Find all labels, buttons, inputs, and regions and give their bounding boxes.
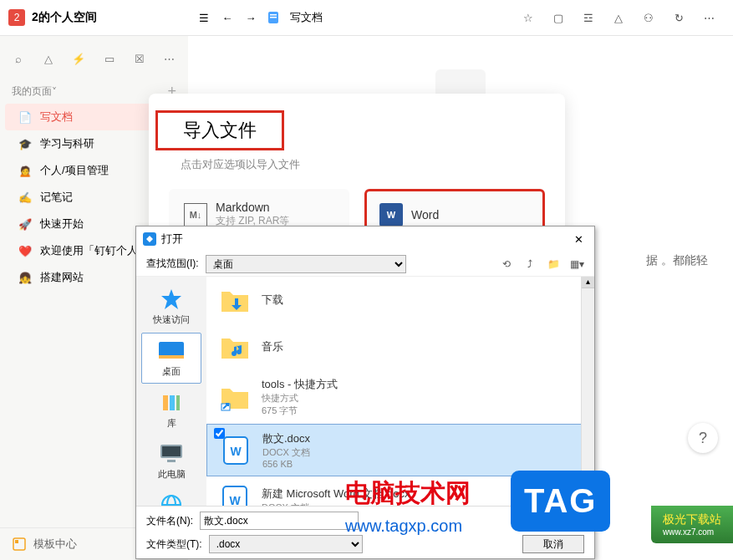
file-item[interactable]: 音乐 xyxy=(206,323,594,370)
shortcut-icon xyxy=(218,380,252,414)
pc-icon xyxy=(156,441,186,466)
rocket-icon: 🚀 xyxy=(17,218,33,231)
triangle-icon[interactable]: △ xyxy=(42,51,55,66)
markdown-title: Markdown xyxy=(216,201,289,214)
filename-label: 文件名(N): xyxy=(146,514,193,528)
inbox-icon[interactable]: ☒ xyxy=(133,51,146,66)
file-item-selected[interactable]: W 散文.docx DOCX 文档 656 KB xyxy=(206,424,594,476)
sidebar-item-label: 写文档 xyxy=(40,109,73,125)
search-icon[interactable]: ⌕ xyxy=(12,51,25,66)
filetype-label: 文件类型(T): xyxy=(146,537,202,552)
svg-rect-1 xyxy=(270,14,277,16)
watermark-blue: www.tagxp.com xyxy=(345,517,462,536)
svg-text:W: W xyxy=(230,445,242,458)
help-button[interactable]: ? xyxy=(688,423,718,453)
file-size: 675 字节 xyxy=(262,405,338,417)
place-label: 桌面 xyxy=(144,365,199,378)
new-folder-icon[interactable]: 📁 xyxy=(546,257,561,272)
import-modal-subtitle: 点击对应选项以导入文件 xyxy=(149,157,565,172)
back-icon[interactable]: ⟲ xyxy=(499,257,514,272)
jg-text: 极光下载站 xyxy=(663,512,721,526)
file-size: 656 KB xyxy=(262,459,310,469)
workspace-badge: 2 xyxy=(8,9,25,26)
dialog-titlebar: 打开 ✕ xyxy=(136,227,594,252)
svg-rect-10 xyxy=(170,395,175,410)
bolt-icon[interactable]: ⚡ xyxy=(72,51,85,66)
file-item[interactable]: tools - 快捷方式 快捷方式 675 字节 xyxy=(206,370,594,424)
star-icon[interactable]: ☆ xyxy=(521,10,536,25)
sidebar-item-label: 快速开始 xyxy=(40,216,84,232)
breadcrumb-title: 写文档 xyxy=(290,10,323,25)
jg-domain: www.xz7.com xyxy=(663,527,721,537)
place-libraries[interactable]: 库 xyxy=(141,385,201,435)
workspace-title: 2的个人空间 xyxy=(32,10,97,25)
word-icon: W xyxy=(379,203,403,227)
folder-download-icon xyxy=(218,283,252,317)
top-bar: 2 2的个人空间 ☰ ← → 写文档 ☆ ▢ ☲ △ ⚇ ↻ ⋯ xyxy=(0,0,733,36)
place-network[interactable]: 网络 xyxy=(141,487,201,506)
dialog-toolbar: ⟲ ⤴ 📁 ▦▾ xyxy=(499,257,584,272)
file-name: tools - 快捷方式 xyxy=(262,377,338,392)
word-title: Word xyxy=(411,208,439,221)
scroll-up-icon[interactable]: ▴ xyxy=(582,277,594,288)
place-label: 此电脑 xyxy=(143,468,200,481)
lookin-label: 查找范围(I): xyxy=(146,257,199,271)
place-desktop[interactable]: 桌面 xyxy=(141,333,201,384)
svg-marker-6 xyxy=(161,289,181,309)
card-icon[interactable]: ▭ xyxy=(103,51,116,66)
up-icon[interactable]: ⤴ xyxy=(522,257,537,272)
share-icon[interactable]: △ xyxy=(611,10,626,25)
sidebar-item-label: 学习与科研 xyxy=(40,136,94,151)
filename-input[interactable] xyxy=(200,512,359,530)
heart-icon: ❤️ xyxy=(17,245,33,257)
file-type: 快捷方式 xyxy=(262,392,338,405)
filetype-dropdown[interactable]: .docx xyxy=(209,535,364,553)
background-text: 据 。都能轻 xyxy=(646,253,708,268)
quickaccess-icon xyxy=(156,287,186,312)
svg-rect-14 xyxy=(167,460,176,462)
svg-text:W: W xyxy=(229,494,241,506)
file-name: 音乐 xyxy=(262,339,283,354)
place-label: 快速访问 xyxy=(143,313,200,326)
grad-cap-icon: 🎓 xyxy=(17,138,33,150)
svg-rect-9 xyxy=(163,395,168,410)
history-icon[interactable]: ↻ xyxy=(671,10,686,25)
docx-icon: W xyxy=(219,434,252,467)
view-menu-icon[interactable]: ▦▾ xyxy=(569,257,584,272)
girl-icon: 👧 xyxy=(17,272,33,284)
menu-icon[interactable]: ☰ xyxy=(196,10,211,25)
forward-icon[interactable]: → xyxy=(243,10,258,25)
file-item[interactable]: 下载 xyxy=(206,277,594,323)
workspace-header: 2 2的个人空间 xyxy=(0,9,188,26)
file-type: DOCX 文档 xyxy=(262,446,310,459)
comment-icon[interactable]: ▢ xyxy=(551,10,566,25)
markdown-icon: M↓ xyxy=(184,203,207,227)
sidebar-section-label: 我的页面 xyxy=(12,84,52,99)
lookin-dropdown[interactable]: 桌面 xyxy=(206,255,406,273)
library-icon xyxy=(156,390,186,415)
place-quickaccess[interactable]: 快速访问 xyxy=(141,282,201,331)
chevron-down-icon: ˅ xyxy=(52,86,57,98)
user-icon[interactable]: ⚇ xyxy=(641,10,656,25)
cancel-button[interactable]: 取消 xyxy=(522,535,584,553)
doc-icon: 📄 xyxy=(17,111,33,124)
place-thispc[interactable]: 此电脑 xyxy=(141,436,201,486)
svg-rect-4 xyxy=(15,540,18,543)
file-name: 下载 xyxy=(262,293,283,308)
app-icon xyxy=(143,232,156,246)
file-name: 散文.docx xyxy=(262,431,310,446)
sidebar-item-label: 搭建网站 xyxy=(40,270,84,285)
more-icon[interactable]: ⋯ xyxy=(701,10,716,25)
close-icon[interactable]: ✕ xyxy=(574,233,588,246)
places-bar: 快速访问 桌面 库 此电脑 网络 xyxy=(136,277,206,506)
svg-rect-13 xyxy=(162,446,181,456)
place-label: 库 xyxy=(143,417,200,430)
back-icon[interactable]: ← xyxy=(220,10,235,25)
network-icon xyxy=(156,492,186,506)
folder-music-icon xyxy=(218,330,252,364)
svg-rect-11 xyxy=(176,395,180,410)
ellipsis-icon[interactable]: ⋯ xyxy=(163,51,176,66)
chat-icon[interactable]: ☲ xyxy=(581,10,596,25)
person-icon: 🙍 xyxy=(17,165,33,177)
nav-controls: ☰ ← → 写文档 xyxy=(188,10,331,25)
